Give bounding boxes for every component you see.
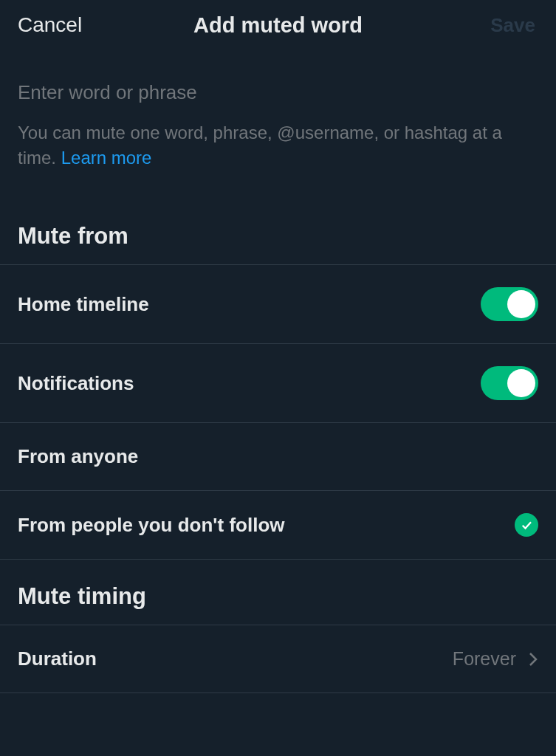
- duration-row[interactable]: Duration Forever: [0, 625, 556, 693]
- page-title: Add muted word: [193, 13, 363, 38]
- notifications-row[interactable]: Notifications: [0, 343, 556, 422]
- home-timeline-toggle[interactable]: [481, 287, 538, 321]
- toggle-knob: [507, 290, 535, 318]
- mute-from-header: Mute from: [0, 185, 556, 264]
- from-not-follow-row[interactable]: From people you don't follow: [0, 490, 556, 560]
- toggle-knob: [507, 369, 535, 397]
- from-anyone-label: From anyone: [18, 445, 138, 468]
- cancel-button[interactable]: Cancel: [18, 13, 82, 37]
- home-timeline-row[interactable]: Home timeline: [0, 264, 556, 343]
- home-timeline-label: Home timeline: [18, 293, 149, 316]
- save-button[interactable]: Save: [490, 14, 538, 37]
- from-not-follow-label: From people you don't follow: [18, 514, 285, 537]
- from-anyone-row[interactable]: From anyone: [0, 422, 556, 490]
- duration-label: Duration: [18, 647, 97, 670]
- mute-timing-header: Mute timing: [0, 560, 556, 625]
- hint-text: You can mute one word, phrase, @username…: [18, 120, 538, 170]
- muted-word-input[interactable]: [18, 77, 538, 116]
- content: You can mute one word, phrase, @username…: [0, 55, 556, 693]
- input-section: You can mute one word, phrase, @username…: [0, 55, 556, 185]
- notifications-toggle[interactable]: [481, 366, 538, 400]
- check-icon: [515, 513, 538, 537]
- notifications-label: Notifications: [18, 372, 134, 395]
- chevron-right-icon: [528, 650, 538, 668]
- learn-more-link[interactable]: Learn more: [61, 148, 152, 168]
- duration-value-wrap: Forever: [453, 648, 538, 670]
- duration-value: Forever: [453, 648, 516, 670]
- header: Cancel Add muted word Save: [0, 0, 556, 55]
